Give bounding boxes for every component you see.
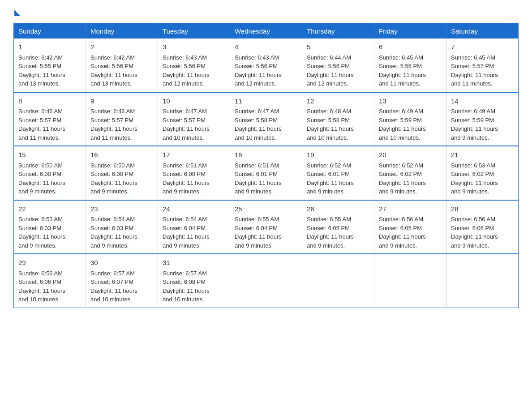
day-number: 8	[18, 96, 81, 107]
day-info: Sunrise: 6:56 AMSunset: 6:05 PMDaylight:…	[379, 216, 426, 249]
day-info: Sunrise: 6:55 AMSunset: 6:05 PMDaylight:…	[307, 216, 354, 249]
day-info: Sunrise: 6:49 AMSunset: 5:59 PMDaylight:…	[451, 108, 498, 141]
day-cell: 21Sunrise: 6:53 AMSunset: 6:02 PMDayligh…	[446, 146, 519, 200]
day-info: Sunrise: 6:54 AMSunset: 6:03 PMDaylight:…	[90, 216, 137, 249]
day-cell	[302, 254, 374, 308]
day-number: 10	[163, 96, 225, 107]
day-number: 19	[307, 150, 369, 160]
day-number: 27	[379, 204, 442, 214]
weekday-header-friday: Friday	[374, 24, 446, 39]
day-number: 28	[451, 204, 514, 214]
day-cell: 30Sunrise: 6:57 AMSunset: 6:07 PMDayligh…	[86, 254, 158, 308]
day-info: Sunrise: 6:56 AMSunset: 6:06 PMDaylight:…	[451, 216, 498, 249]
day-number: 15	[18, 150, 81, 160]
day-info: Sunrise: 6:49 AMSunset: 5:59 PMDaylight:…	[379, 108, 426, 141]
day-info: Sunrise: 6:48 AMSunset: 5:58 PMDaylight:…	[307, 108, 354, 141]
week-row-1: 1Sunrise: 6:42 AMSunset: 5:55 PMDaylight…	[14, 39, 519, 92]
day-cell	[230, 254, 302, 308]
day-number: 14	[451, 96, 514, 107]
day-info: Sunrise: 6:47 AMSunset: 5:57 PMDaylight:…	[163, 108, 210, 141]
day-cell: 24Sunrise: 6:54 AMSunset: 6:04 PMDayligh…	[158, 200, 230, 254]
day-number: 7	[451, 42, 514, 52]
day-info: Sunrise: 6:42 AMSunset: 5:55 PMDaylight:…	[18, 54, 65, 87]
day-cell: 15Sunrise: 6:50 AMSunset: 6:00 PMDayligh…	[14, 146, 86, 200]
day-number: 12	[307, 96, 369, 107]
day-cell: 19Sunrise: 6:52 AMSunset: 6:01 PMDayligh…	[302, 146, 374, 200]
day-info: Sunrise: 6:51 AMSunset: 6:00 PMDaylight:…	[163, 162, 210, 195]
week-row-3: 15Sunrise: 6:50 AMSunset: 6:00 PMDayligh…	[14, 146, 519, 200]
day-number: 5	[307, 42, 369, 52]
day-cell: 20Sunrise: 6:52 AMSunset: 6:02 PMDayligh…	[374, 146, 446, 200]
day-info: Sunrise: 6:43 AMSunset: 5:56 PMDaylight:…	[235, 54, 282, 87]
day-number: 31	[163, 258, 225, 268]
day-info: Sunrise: 6:44 AMSunset: 5:56 PMDaylight:…	[307, 54, 354, 87]
day-info: Sunrise: 6:50 AMSunset: 6:00 PMDaylight:…	[18, 162, 65, 195]
day-number: 22	[18, 204, 81, 214]
weekday-header-thursday: Thursday	[302, 24, 374, 39]
day-cell: 1Sunrise: 6:42 AMSunset: 5:55 PMDaylight…	[14, 39, 86, 92]
day-cell: 3Sunrise: 6:43 AMSunset: 5:56 PMDaylight…	[158, 39, 230, 92]
day-cell: 27Sunrise: 6:56 AMSunset: 6:05 PMDayligh…	[374, 200, 446, 254]
day-cell: 28Sunrise: 6:56 AMSunset: 6:06 PMDayligh…	[446, 200, 519, 254]
day-info: Sunrise: 6:42 AMSunset: 5:56 PMDaylight:…	[90, 54, 137, 87]
weekday-header-monday: Monday	[86, 24, 158, 39]
day-cell: 6Sunrise: 6:45 AMSunset: 5:56 PMDaylight…	[374, 39, 446, 92]
day-info: Sunrise: 6:52 AMSunset: 6:01 PMDaylight:…	[307, 162, 354, 195]
day-cell: 31Sunrise: 6:57 AMSunset: 6:08 PMDayligh…	[158, 254, 230, 308]
day-info: Sunrise: 6:47 AMSunset: 5:58 PMDaylight:…	[235, 108, 282, 141]
calendar-table: SundayMondayTuesdayWednesdayThursdayFrid…	[13, 23, 519, 308]
day-cell	[446, 254, 519, 308]
day-info: Sunrise: 6:43 AMSunset: 5:56 PMDaylight:…	[163, 54, 210, 87]
day-number: 23	[90, 204, 153, 214]
day-info: Sunrise: 6:53 AMSunset: 6:03 PMDaylight:…	[18, 216, 65, 249]
day-number: 26	[307, 204, 369, 214]
day-info: Sunrise: 6:53 AMSunset: 6:02 PMDaylight:…	[451, 162, 498, 195]
day-number: 1	[18, 42, 81, 52]
day-number: 2	[90, 42, 153, 52]
day-info: Sunrise: 6:45 AMSunset: 5:57 PMDaylight:…	[451, 54, 498, 87]
day-number: 9	[90, 96, 153, 107]
day-number: 4	[235, 42, 297, 52]
day-cell: 29Sunrise: 6:56 AMSunset: 6:06 PMDayligh…	[14, 254, 86, 308]
day-number: 11	[235, 96, 297, 107]
day-cell: 23Sunrise: 6:54 AMSunset: 6:03 PMDayligh…	[86, 200, 158, 254]
day-number: 6	[379, 42, 442, 52]
day-info: Sunrise: 6:54 AMSunset: 6:04 PMDaylight:…	[163, 216, 210, 249]
weekday-header-row: SundayMondayTuesdayWednesdayThursdayFrid…	[14, 24, 519, 39]
weekday-header-wednesday: Wednesday	[230, 24, 302, 39]
day-number: 21	[451, 150, 514, 160]
weekday-header-tuesday: Tuesday	[158, 24, 230, 39]
day-number: 30	[90, 258, 153, 268]
day-info: Sunrise: 6:57 AMSunset: 6:07 PMDaylight:…	[90, 270, 137, 303]
day-cell: 22Sunrise: 6:53 AMSunset: 6:03 PMDayligh…	[14, 200, 86, 254]
day-number: 13	[379, 96, 442, 107]
day-number: 25	[235, 204, 297, 214]
day-info: Sunrise: 6:55 AMSunset: 6:04 PMDaylight:…	[235, 216, 282, 249]
day-info: Sunrise: 6:52 AMSunset: 6:02 PMDaylight:…	[379, 162, 426, 195]
week-row-5: 29Sunrise: 6:56 AMSunset: 6:06 PMDayligh…	[14, 254, 519, 308]
day-info: Sunrise: 6:45 AMSunset: 5:56 PMDaylight:…	[379, 54, 426, 87]
day-cell: 16Sunrise: 6:50 AMSunset: 6:00 PMDayligh…	[86, 146, 158, 200]
day-number: 17	[163, 150, 225, 160]
logo-arrow-icon	[14, 10, 21, 16]
page-header	[13, 9, 519, 14]
day-cell: 12Sunrise: 6:48 AMSunset: 5:58 PMDayligh…	[302, 92, 374, 146]
day-info: Sunrise: 6:51 AMSunset: 6:01 PMDaylight:…	[235, 162, 282, 195]
day-cell: 2Sunrise: 6:42 AMSunset: 5:56 PMDaylight…	[86, 39, 158, 92]
day-info: Sunrise: 6:57 AMSunset: 6:08 PMDaylight:…	[163, 270, 210, 303]
week-row-2: 8Sunrise: 6:46 AMSunset: 5:57 PMDaylight…	[14, 92, 519, 146]
day-cell: 26Sunrise: 6:55 AMSunset: 6:05 PMDayligh…	[302, 200, 374, 254]
week-row-4: 22Sunrise: 6:53 AMSunset: 6:03 PMDayligh…	[14, 200, 519, 254]
day-number: 18	[235, 150, 297, 160]
day-number: 20	[379, 150, 442, 160]
day-cell: 13Sunrise: 6:49 AMSunset: 5:59 PMDayligh…	[374, 92, 446, 146]
weekday-header-saturday: Saturday	[446, 24, 519, 39]
day-cell: 7Sunrise: 6:45 AMSunset: 5:57 PMDaylight…	[446, 39, 519, 92]
day-cell	[374, 254, 446, 308]
day-cell: 9Sunrise: 6:46 AMSunset: 5:57 PMDaylight…	[86, 92, 158, 146]
day-number: 3	[163, 42, 225, 52]
day-info: Sunrise: 6:56 AMSunset: 6:06 PMDaylight:…	[18, 270, 65, 303]
day-cell: 8Sunrise: 6:46 AMSunset: 5:57 PMDaylight…	[14, 92, 86, 146]
day-cell: 25Sunrise: 6:55 AMSunset: 6:04 PMDayligh…	[230, 200, 302, 254]
day-cell: 14Sunrise: 6:49 AMSunset: 5:59 PMDayligh…	[446, 92, 519, 146]
